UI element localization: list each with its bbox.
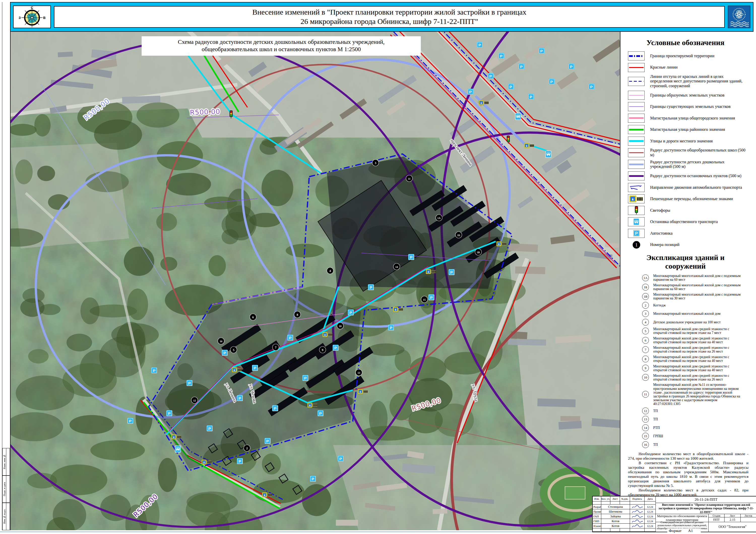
position-number-badge: 5 (642, 328, 649, 334)
parking-icon (151, 367, 157, 373)
legend-item: Направление движения автомобильного тран… (628, 183, 750, 192)
position-number-badge: 8 (642, 356, 649, 362)
legend-item: Границы существующих земельных участков (628, 102, 750, 111)
explication-item-text: Многоквартирный жилой дом средней этажно… (653, 327, 744, 335)
explication-item: 9 Многоквартирный жилой дом средней этаж… (642, 364, 750, 372)
legend-line-sample (629, 95, 644, 95)
position-number-badge: 9 (642, 365, 649, 371)
signature (630, 524, 645, 528)
explication-item: 13 ТП (642, 416, 750, 423)
stamp-name: Котов (601, 519, 630, 524)
svg-text:16: 16 (220, 340, 223, 343)
legend-item-label: Радиус доступности детских дошкольных уч… (650, 160, 746, 169)
legend-item-label: Магистральная улица общегородского значе… (650, 116, 735, 120)
position-number-badge: 3 (642, 310, 649, 317)
legend-line-sample (629, 81, 644, 82)
parking-icon (333, 345, 339, 351)
legend-line-sample (629, 129, 644, 131)
position-number-badge: 4 (642, 319, 649, 326)
svg-text:5: 5 (233, 348, 234, 352)
legend-line-sample (629, 152, 644, 153)
side-label-box: Инв.№ подл. (2, 502, 10, 530)
stage-column-header: Стадия (709, 514, 724, 517)
position-marker: 2 (244, 445, 250, 451)
stamp-column-header: №док. (620, 496, 630, 501)
subtitle-box: Схема радиусов доступности детских дошко… (142, 36, 421, 56)
position-number-badge: 14 (642, 424, 649, 431)
stage-column-header: Лист (724, 514, 741, 517)
parking-icon (448, 269, 455, 275)
parking-icon (338, 456, 344, 462)
legend-line-sample (629, 67, 644, 68)
svg-text:1: 1 (635, 242, 637, 248)
svg-text:14: 14 (395, 266, 398, 268)
parking-icon (568, 64, 574, 69)
svg-text:1А: 1А (438, 217, 441, 220)
svg-text:2: 2 (246, 446, 248, 450)
position-marker: 12 (191, 397, 198, 403)
stage-column-header: Листов (741, 514, 756, 517)
bus-stop-icon (175, 446, 181, 452)
legend-list: Граница проектируемой территории Красные… (628, 51, 750, 249)
legend-item-label: Линии отступа от красных линий в целях о… (650, 74, 746, 88)
position-number-icon: 1 (632, 241, 640, 249)
compass-box: С З В (13, 6, 51, 28)
svg-text:8: 8 (297, 313, 298, 316)
legend-swatch (628, 125, 645, 134)
explication-item-text: Многоквартирный многоэтажный жилой дом (653, 312, 720, 315)
svg-text:1Б: 1Б (457, 234, 460, 237)
parking-icon (539, 48, 545, 54)
stamp-stage-header: Стадия Лист Листов (709, 514, 756, 517)
legend-item: Красные линии (628, 63, 750, 72)
position-marker: 8 (294, 311, 301, 318)
legend-item-label: Светофоры (650, 208, 670, 213)
side-strip: Взам. инв.№ Подп. и дата Инв.№ подл. (2, 2, 10, 530)
position-marker: 7 (272, 344, 279, 351)
legend-swatch (628, 172, 645, 180)
explication-item: 1А Многоквартирный многоэтажный жилой до… (642, 274, 750, 281)
explication-item: 4 Детское дошкольное учреждение на 100 м… (642, 319, 750, 326)
position-marker: 1Б (455, 231, 462, 238)
legend-item-label: Автостоянка (650, 231, 673, 236)
legend-item: Пешеходные переходы, обозначенные знакам… (628, 194, 750, 203)
bus-stop-icon (515, 113, 521, 120)
position-number-badge: 1А (642, 275, 649, 281)
explication-item: 16 ТП (642, 441, 750, 448)
city-emblem-icon (729, 6, 749, 27)
stamp-name: Зайцева (601, 514, 630, 519)
legend-item: Граница проектируемой территории (628, 51, 750, 61)
explication-item: 8 Многоквартирный жилой дом средней этаж… (642, 355, 750, 362)
legend-swatch: 1 (628, 240, 645, 249)
company-name: ООО "Технология" (709, 522, 756, 532)
parking-icon (633, 230, 639, 236)
stamp-project-title: Внесение изменений в "Проект планировки … (656, 503, 756, 514)
legend-heading: Условные обозначения (628, 38, 743, 47)
position-marker: 16 (218, 338, 224, 344)
stamp-date: 12.24 (645, 504, 656, 509)
position-marker: 11 (406, 175, 413, 182)
compass-rose: С З В (14, 6, 50, 28)
parking-icon (388, 325, 394, 331)
explication-heading: Экспликация зданий и сооружений (628, 253, 743, 270)
position-marker: 13 (356, 369, 362, 376)
explication-item-text: Многоквартирный жилой дом №11 со встроен… (653, 383, 744, 406)
compass-north: С (31, 6, 33, 10)
map-area: P (11, 32, 620, 530)
legend-item: Линии отступа от красных линий в целях о… (628, 74, 750, 88)
position-marker: 9 (319, 347, 326, 353)
svg-text:11: 11 (408, 177, 411, 180)
legend-item: Остановка общественного транспорта (628, 217, 750, 226)
parking-icon (498, 53, 504, 59)
parking-icon (528, 94, 534, 100)
legend-line-sample (629, 164, 644, 165)
stamp-column-header: Подпись (630, 496, 645, 501)
legend-item: Радиус доступности общеобразовательных ш… (628, 148, 750, 157)
legend-swatch (628, 77, 645, 86)
parking-icon (518, 64, 525, 69)
title-block: Изм. Кол. уч. Лист №док. Подпись Дата Ра… (592, 496, 756, 532)
stamp-name: Столицына (601, 504, 630, 509)
legend-item: Границы образуемых земельных участков (628, 91, 750, 100)
position-marker: 10 (337, 323, 343, 329)
explication-item: 14 РТП (642, 424, 750, 431)
stamp-date: 12.24 (645, 524, 656, 528)
